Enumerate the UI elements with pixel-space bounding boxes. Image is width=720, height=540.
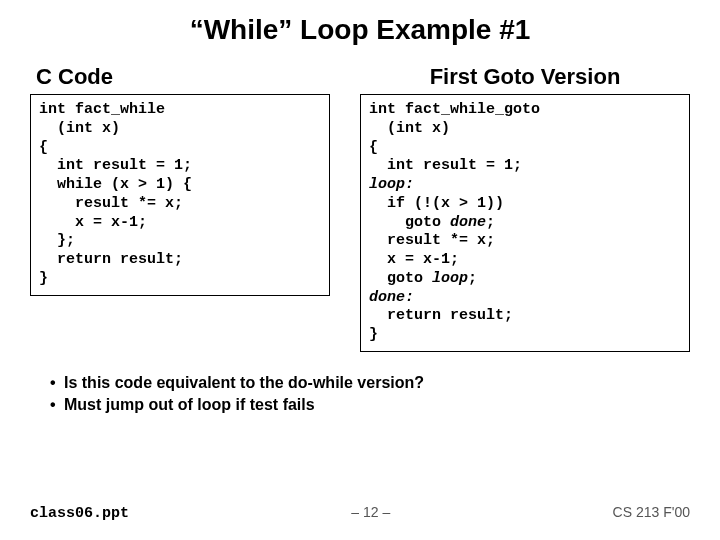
right-column: First Goto Version int fact_while_goto (… [360, 64, 690, 352]
goto-code-box: int fact_while_goto (int x) { int result… [360, 94, 690, 352]
footer-course: CS 213 F'00 [613, 504, 690, 520]
bullet-list: • Is this code equivalent to the do-whil… [50, 374, 690, 414]
code-post: return result; } [369, 307, 513, 343]
bullet-dot-icon: • [50, 374, 64, 392]
bullet-text: Is this code equivalent to the do-while … [64, 374, 424, 392]
list-item: • Is this code equivalent to the do-whil… [50, 374, 690, 392]
page-title: “While” Loop Example #1 [30, 14, 690, 46]
footer: class06.ppt – 12 – CS 213 F'00 [30, 504, 690, 522]
code-done-ref: done [450, 214, 486, 231]
footer-file: class06.ppt [30, 505, 129, 522]
right-heading: First Goto Version [360, 64, 690, 90]
code-loop-label: loop: [369, 176, 414, 193]
columns: C Code int fact_while (int x) { int resu… [30, 64, 690, 352]
footer-page: – 12 – [351, 504, 390, 520]
code-loop-ref: loop [432, 270, 468, 287]
code-pre1: int fact_while_goto (int x) { int result… [369, 101, 540, 174]
left-heading: C Code [36, 64, 330, 90]
c-code-box: int fact_while (int x) { int result = 1;… [30, 94, 330, 296]
code-mid3: ; [468, 270, 477, 287]
bullet-dot-icon: • [50, 396, 64, 414]
list-item: • Must jump out of loop if test fails [50, 396, 690, 414]
code-done-label: done: [369, 289, 414, 306]
bullet-text: Must jump out of loop if test fails [64, 396, 315, 414]
left-column: C Code int fact_while (int x) { int resu… [30, 64, 330, 296]
